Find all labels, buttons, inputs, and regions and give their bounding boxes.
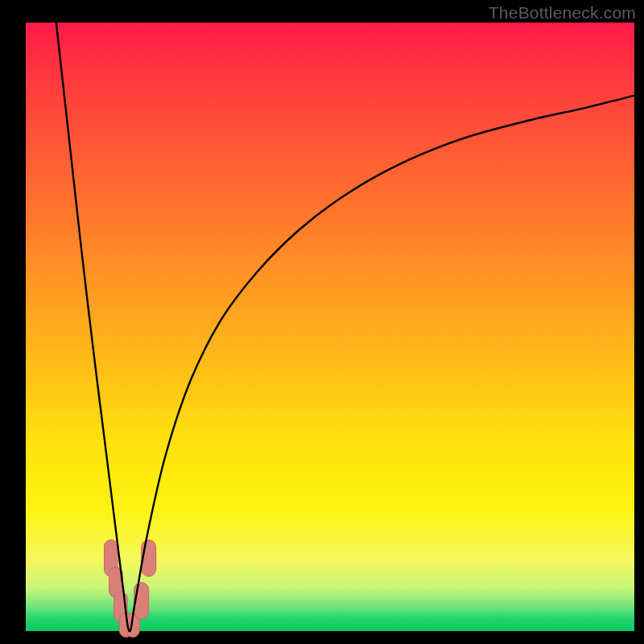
data-markers <box>105 540 156 638</box>
curve-layer <box>26 23 634 631</box>
chart-frame: TheBottleneck.com <box>0 0 644 644</box>
bottleneck-curve <box>56 23 634 631</box>
watermark-text: TheBottleneck.com <box>489 3 636 23</box>
